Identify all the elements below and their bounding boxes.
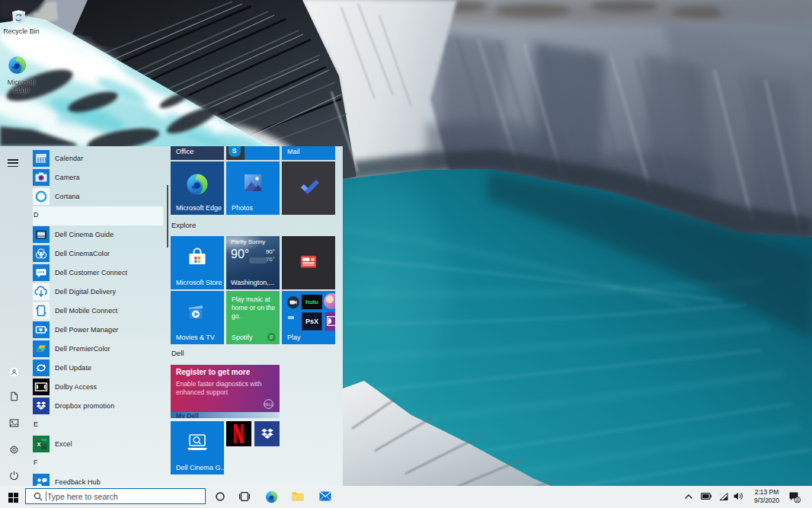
svg-text:X: X	[37, 441, 40, 448]
svg-text:DELL: DELL	[264, 402, 273, 407]
svg-text:8: 8	[796, 497, 799, 503]
svg-text:*: *	[720, 493, 721, 497]
